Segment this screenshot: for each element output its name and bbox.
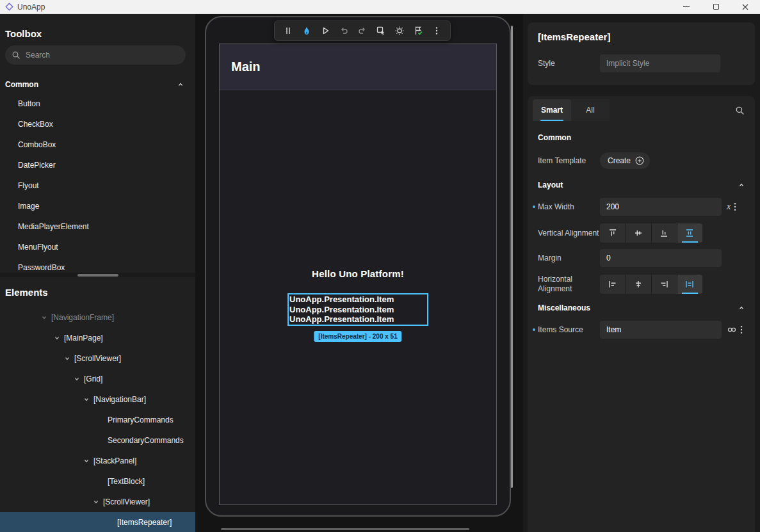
design-toolbar [274, 20, 451, 41]
items-source-label: Items Source [538, 325, 600, 335]
halign-stretch-button[interactable] [677, 275, 702, 294]
repeater-item: UnoApp.Presentation.Item [289, 314, 427, 325]
toolbox-item-flyout[interactable]: Flyout [0, 175, 195, 196]
elements-title: Elements [5, 287, 48, 298]
flame-icon [302, 26, 312, 36]
more-options-button[interactable] [428, 22, 445, 39]
tree-item-label: [StackPanel] [93, 456, 136, 465]
toolbox-item-list: Button CheckBox ComboBox DatePicker Flyo… [0, 93, 195, 278]
tab-all[interactable]: All [571, 99, 610, 121]
tree-item-label: [ScrollViewer] [74, 354, 121, 363]
valign-stretch-button[interactable] [677, 223, 702, 243]
properties-search-button[interactable] [735, 106, 745, 115]
tree-item-grid[interactable]: [Grid] [0, 369, 195, 389]
undo-icon [339, 26, 349, 36]
max-width-actions: x [727, 202, 736, 211]
binding-link-icon[interactable] [727, 325, 737, 335]
drag-handle-icon [283, 26, 293, 36]
chevron-down-icon [41, 314, 47, 321]
toolbox-section-common[interactable]: Common [0, 78, 195, 91]
tree-item-scrollviewer[interactable]: [ScrollViewer] [0, 348, 195, 369]
max-width-input[interactable]: 200 [600, 198, 722, 216]
tree-item-scrollviewer-inner[interactable]: [ScrollViewer] [0, 492, 195, 512]
halign-right-button[interactable] [652, 275, 677, 294]
tab-smart[interactable]: Smart [533, 99, 571, 121]
halign-center-button[interactable] [626, 275, 651, 294]
section-layout[interactable]: Layout [538, 179, 745, 191]
section-miscellaneous[interactable]: Miscellaneous [538, 302, 745, 314]
tree-item-navigationframe[interactable]: [NavigationFrame] [0, 307, 195, 328]
selected-element-title: [ItemsRepeater] [538, 31, 745, 42]
play-icon [320, 26, 330, 36]
minimize-icon [683, 6, 690, 7]
app-preview[interactable]: Main Hello Uno Platform! UnoApp.Presenta… [219, 44, 497, 505]
play-button[interactable] [317, 22, 334, 39]
valign-bottom-button[interactable] [652, 223, 677, 243]
section-title: Layout [538, 181, 563, 189]
align-top-icon [608, 228, 618, 238]
valign-top-button[interactable] [600, 223, 625, 243]
element-picker-button[interactable] [373, 22, 389, 39]
max-width-row: Max Width 200 x [533, 198, 750, 216]
sun-icon [394, 26, 405, 36]
margin-row: Margin 0 [533, 249, 750, 267]
maximize-button[interactable] [701, 0, 731, 13]
items-source-input[interactable]: Item [600, 321, 722, 339]
create-template-button[interactable]: Create [600, 152, 650, 169]
hot-reload-button[interactable] [298, 22, 315, 39]
toolbox-item-button[interactable]: Button [0, 93, 195, 114]
chevron-down-icon [83, 396, 90, 403]
canvas-vertical-scrollbar[interactable] [511, 26, 513, 488]
tree-item-primarycommands[interactable]: PrimaryCommands [0, 410, 195, 430]
redo-button[interactable] [354, 22, 371, 39]
tree-item-mainpage[interactable]: [MainPage] [0, 328, 195, 348]
valign-center-button[interactable] [626, 223, 651, 243]
kebab-menu-icon[interactable] [734, 202, 736, 211]
chevron-down-icon [93, 499, 99, 505]
canvas-horizontal-scrollbar[interactable] [221, 528, 469, 530]
toolbox-item-combobox[interactable]: ComboBox [0, 134, 195, 155]
chevron-up-icon [177, 81, 184, 88]
app-navigationbar[interactable]: Main [220, 44, 496, 90]
close-button[interactable] [731, 0, 760, 13]
tree-item-stackpanel[interactable]: [StackPanel] [0, 451, 195, 471]
toolbox-item-datepicker[interactable]: DatePicker [0, 155, 195, 175]
hello-textblock[interactable]: Hello Uno Platform! [220, 268, 496, 279]
validation-button[interactable] [410, 22, 426, 39]
tree-item-itemsrepeater[interactable]: [ItemsRepeater] [0, 512, 195, 532]
properties-panel: [ItemsRepeater] Style Implicit Style Sma… [523, 14, 760, 532]
toolbox-title: Toolbox [5, 28, 42, 39]
maximize-icon [713, 4, 719, 10]
properties-tabs: Smart All [533, 99, 745, 121]
tree-item-textblock[interactable]: [TextBlock] [0, 471, 195, 492]
horizontal-alignment-label: Horizontal Alignment [538, 275, 600, 294]
tree-item-label: PrimaryCommands [108, 415, 174, 424]
repeater-item: UnoApp.Presentation.Item [289, 305, 427, 315]
style-input[interactable]: Implicit Style [600, 54, 720, 72]
tree-item-label: [NavigationBar] [93, 395, 146, 404]
binding-expression-icon[interactable]: x [727, 202, 731, 211]
tree-item-secondarycommands[interactable]: SecondaryCommands [0, 430, 195, 451]
section-title: Miscellaneous [538, 303, 590, 312]
section-common[interactable]: Common [538, 131, 745, 144]
toolbar-drag-handle[interactable] [280, 22, 296, 39]
align-bottom-icon [659, 228, 669, 238]
toolbox-item-mediaplayerelement[interactable]: MediaPlayerElement [0, 216, 195, 237]
halign-left-button[interactable] [600, 275, 625, 294]
panel-splitter[interactable] [0, 273, 195, 277]
kebab-menu-icon[interactable] [740, 325, 743, 334]
toolbox-item-image[interactable]: Image [0, 196, 195, 216]
toolbox-item-menuflyout[interactable]: MenuFlyout [0, 237, 195, 257]
tree-item-navigationbar[interactable]: [NavigationBar] [0, 389, 195, 410]
margin-input[interactable]: 0 [600, 249, 722, 267]
toolbox-search-input[interactable] [26, 51, 179, 60]
minimize-button[interactable] [672, 0, 701, 13]
item-template-row: Item Template Create [533, 152, 750, 170]
undo-button[interactable] [336, 22, 352, 39]
toolbox-search[interactable] [5, 45, 186, 65]
selected-itemsrepeater[interactable]: UnoApp.Presentation.Item UnoApp.Presenta… [287, 293, 428, 326]
theme-toggle-button[interactable] [391, 22, 408, 39]
design-canvas: Main Hello Uno Platform! UnoApp.Presenta… [195, 14, 523, 532]
toolbox-item-checkbox[interactable]: CheckBox [0, 114, 195, 134]
properties-header-card: [ItemsRepeater] Style Implicit Style [528, 22, 755, 85]
